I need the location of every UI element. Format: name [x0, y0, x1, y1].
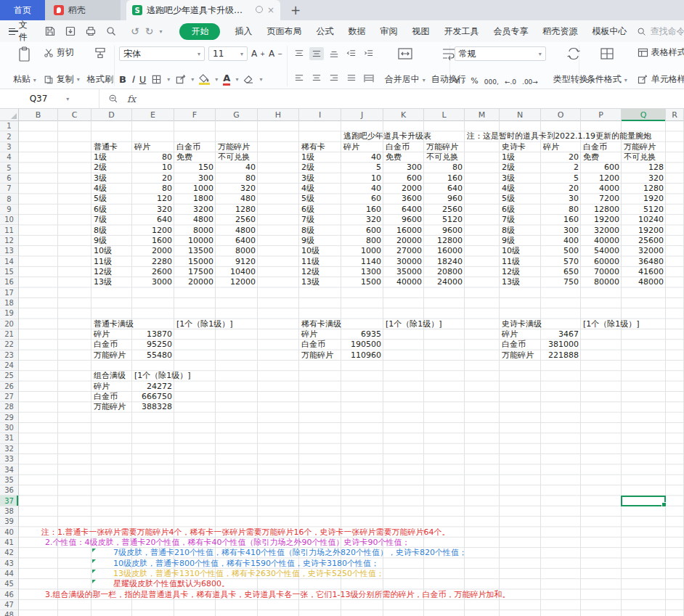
row-header-35[interactable]: 35: [0, 475, 18, 485]
cell-L8[interactable]: 960: [424, 194, 465, 204]
row-header-28[interactable]: 28: [0, 402, 18, 412]
cell-E5[interactable]: 10: [132, 163, 174, 173]
cell-J2[interactable]: 逃跑吧少年道具卡升级表: [341, 131, 433, 141]
cell-E14[interactable]: 2280: [132, 257, 174, 267]
cell-Q8[interactable]: 1920: [622, 194, 666, 204]
cell-Q9[interactable]: 5120: [622, 205, 666, 215]
cell-O21[interactable]: 3467: [541, 329, 581, 340]
copy-button[interactable]: 复制 ▾: [44, 73, 80, 86]
print-preview-button[interactable]: [105, 25, 118, 38]
tab-review[interactable]: 审阅: [380, 25, 397, 38]
cell-Q7[interactable]: 1280: [622, 184, 666, 194]
row-header-47[interactable]: 47: [0, 600, 18, 610]
cell-D26[interactable]: 碎片: [91, 382, 112, 392]
align-left-button[interactable]: [292, 72, 306, 85]
cell-K4[interactable]: 免费: [383, 152, 404, 163]
row-header-11[interactable]: 11: [0, 225, 18, 235]
cell-N16[interactable]: 13级: [500, 277, 522, 287]
cell-F11[interactable]: 8000: [174, 226, 216, 236]
cell-Q16[interactable]: 48000: [622, 277, 666, 287]
row-header-16[interactable]: 16: [0, 277, 18, 287]
cell-I3[interactable]: 稀有卡: [299, 142, 327, 152]
cell-F4[interactable]: 免费: [174, 152, 195, 163]
cell-E7[interactable]: 80: [132, 184, 174, 194]
column-header-H[interactable]: H: [258, 109, 299, 121]
column-header-J[interactable]: J: [341, 109, 383, 121]
row-header-15[interactable]: 15: [0, 267, 18, 277]
cell-L6[interactable]: 160: [424, 173, 465, 184]
row-header-3[interactable]: 3: [0, 142, 18, 152]
cell-J5[interactable]: 5: [341, 163, 383, 173]
cell-D15[interactable]: 12级: [91, 267, 114, 277]
cell-K9[interactable]: 6400: [383, 205, 424, 215]
undo-button[interactable]: ↺: [131, 25, 139, 37]
column-header-C[interactable]: C: [58, 109, 91, 121]
decrease-font-button[interactable]: A−: [269, 49, 282, 59]
cell-F10[interactable]: 4800: [174, 215, 216, 225]
column-header-P[interactable]: P: [581, 109, 622, 121]
cell-L14[interactable]: 18240: [424, 257, 465, 267]
cell-P12[interactable]: 40000: [581, 236, 622, 246]
note-row-43[interactable]: 10级皮肤，普通卡800个性值，稀有卡1590个性值，史诗卡3180个性值；: [113, 559, 379, 569]
cell-I12[interactable]: 9级: [299, 236, 317, 246]
cell-G13[interactable]: 8000: [216, 246, 258, 256]
underline-button[interactable]: U: [139, 74, 147, 85]
cell-P13[interactable]: 54000: [581, 246, 622, 256]
cell-E26[interactable]: 24272: [132, 382, 174, 392]
cell-F14[interactable]: 15000: [174, 257, 216, 267]
cell-O23[interactable]: 221888: [541, 350, 581, 361]
fill-color-button[interactable]: [199, 74, 210, 85]
row-header-21[interactable]: 21: [0, 329, 18, 340]
cell-L5[interactable]: 80: [424, 163, 465, 173]
cell-L16[interactable]: 24000: [424, 277, 465, 287]
cell-F16[interactable]: 20000: [174, 277, 216, 287]
cell-F7[interactable]: 1000: [174, 184, 216, 194]
cell-N12[interactable]: 9级: [500, 236, 517, 246]
cell-G7[interactable]: 320: [216, 184, 258, 194]
row-header-2[interactable]: 2: [0, 131, 18, 141]
cell-N13[interactable]: 10级: [500, 246, 522, 256]
cell-E16[interactable]: 3000: [132, 277, 174, 287]
thousands-separator-button[interactable]: 000,: [484, 79, 499, 86]
cut-button[interactable]: 剪切: [44, 46, 80, 59]
align-top-button[interactable]: [292, 47, 306, 60]
cell-I9[interactable]: 6级: [299, 205, 317, 215]
cell-Q13[interactable]: 32000: [622, 246, 666, 256]
cell-K3[interactable]: 白金币: [383, 142, 412, 152]
cell-O10[interactable]: 160: [541, 215, 581, 225]
cell-I14[interactable]: 11级: [299, 257, 322, 267]
row-header-4[interactable]: 4: [0, 152, 18, 163]
row-header-9[interactable]: 9: [0, 205, 18, 215]
cell-Q5[interactable]: 128: [622, 163, 666, 173]
cell-N11[interactable]: 8级: [500, 226, 517, 236]
column-header-M[interactable]: M: [465, 109, 500, 121]
row-header-22[interactable]: 22: [0, 340, 18, 350]
row-header-12[interactable]: 12: [0, 236, 18, 246]
cell-F5[interactable]: 150: [174, 163, 216, 173]
italic-button[interactable]: I: [131, 74, 134, 85]
cell-M2[interactable]: 注：这是暂时的道具卡到2022.1.19更新的能量腕炮: [465, 131, 654, 141]
align-right-button[interactable]: [327, 72, 341, 85]
cell-D4[interactable]: 1级: [91, 152, 109, 163]
column-header-K[interactable]: K: [383, 109, 424, 121]
cell-O15[interactable]: 650: [541, 267, 581, 277]
note-row-41[interactable]: 2.个性值：4级皮肤，普通卡20个性值，稀有卡40个性值（除引力场之外90个性值…: [45, 538, 410, 548]
cell-I13[interactable]: 10级: [299, 246, 322, 256]
cell-E21[interactable]: 13870: [132, 329, 174, 340]
align-middle-button[interactable]: [309, 47, 324, 60]
pin-tab-icon[interactable]: [256, 6, 263, 15]
cell-J10[interactable]: 320: [341, 215, 383, 225]
cell-style-button[interactable]: 单元格样式: [638, 73, 684, 86]
cell-P20[interactable]: [1个（除1级）]: [581, 319, 642, 329]
cell-L7[interactable]: 640: [424, 184, 465, 194]
cell-G8[interactable]: 480: [216, 194, 258, 204]
number-format-select[interactable]: 常规▾: [455, 46, 546, 61]
cell-O6[interactable]: 5: [541, 173, 581, 184]
cell-N23[interactable]: 万能碎片: [500, 350, 536, 361]
cell-D28[interactable]: 万能碎片: [91, 402, 128, 412]
increase-decimal-button[interactable]: ←.0: [505, 79, 516, 86]
cell-E9[interactable]: 320: [132, 205, 174, 215]
cell-K5[interactable]: 300: [383, 163, 424, 173]
cell-K8[interactable]: 3600: [383, 194, 424, 204]
cell-F8[interactable]: 1800: [174, 194, 216, 204]
